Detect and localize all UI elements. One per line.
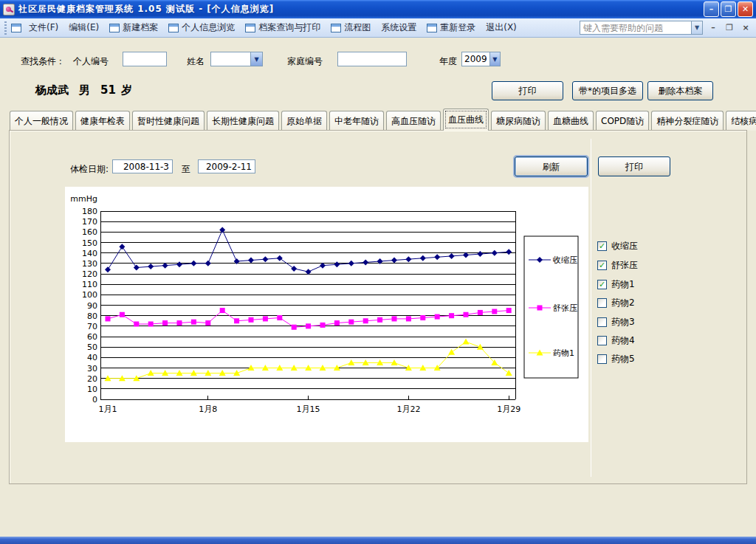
year-select[interactable]: 2009 ▼ [461, 52, 501, 66]
toolbar-form-icon [11, 24, 21, 32]
patient-name: 杨成武 [35, 83, 69, 97]
menu-item-6[interactable]: 流程图 [331, 21, 371, 34]
svg-text:1月22: 1月22 [396, 404, 420, 414]
menu-item-2[interactable]: 编辑(E) [69, 21, 99, 34]
menu-item-4[interactable]: 个人信息浏览 [168, 21, 235, 34]
bp-chart: 0102030405060708090100110120130140150160… [65, 187, 588, 442]
print-record-button[interactable]: 打印 [492, 81, 563, 100]
menu-item-5[interactable]: 档案查询与打印 [245, 21, 320, 34]
svg-text:140: 140 [82, 249, 97, 258]
tab-5[interactable]: 原始单据 [281, 111, 327, 131]
search-criteria-label: 查找条件： [21, 55, 65, 68]
menu-item-3[interactable]: 新建档案 [109, 21, 158, 34]
checkbox-unchecked[interactable] [597, 298, 607, 308]
tab-8[interactable]: 血压曲线 [443, 109, 489, 131]
checkbox-checked[interactable]: ✓ [597, 261, 607, 270]
date-to-input[interactable] [198, 159, 255, 173]
svg-text:1月29: 1月29 [497, 404, 520, 414]
menu-item-label: 系统设置 [381, 21, 416, 34]
checkbox-unchecked[interactable] [597, 317, 607, 327]
series-checkbox-row: ✓收缩压 [597, 240, 638, 252]
patient-age: 51 [100, 83, 116, 97]
multi-select-button[interactable]: 带*的项目多选 [572, 81, 643, 100]
tab-13[interactable]: 结核病随访 [726, 111, 756, 131]
menu-item-label: 流程图 [344, 21, 371, 34]
form-icon [109, 24, 120, 32]
tab-9[interactable]: 糖尿病随访 [491, 111, 546, 131]
menu-item-label: 个人信息浏览 [182, 21, 235, 34]
mdi-minimize-button[interactable]: – [707, 22, 719, 34]
series-checkbox-row: 药物2 [597, 297, 635, 309]
form-icon [427, 24, 437, 32]
toolbar-grip-handle[interactable] [4, 21, 7, 35]
svg-text:收缩压: 收缩压 [553, 255, 577, 265]
mdi-close-button[interactable]: × [740, 22, 752, 34]
menu-item-label: 文件(F) [29, 21, 58, 34]
chart-gridlines [100, 211, 515, 399]
panel-divider [591, 139, 591, 477]
menu-item-8[interactable]: 重新登录 [427, 21, 475, 34]
svg-text:100: 100 [82, 290, 97, 300]
svg-text:舒张压: 舒张压 [553, 303, 577, 313]
delete-record-button[interactable]: 删除本档案 [647, 81, 713, 100]
drug1-series [105, 339, 512, 382]
tab-7[interactable]: 高血压随访 [386, 111, 441, 131]
checkbox-checked[interactable]: ✓ [597, 280, 607, 289]
checkbox-unchecked[interactable] [597, 354, 607, 364]
series-checkbox-row: ✓药物1 [597, 278, 635, 290]
window-bottom-border [0, 537, 756, 544]
svg-text:0: 0 [92, 395, 97, 404]
exam-date-label: 体检日期: [70, 163, 109, 176]
checkbox-checked[interactable]: ✓ [597, 241, 607, 251]
tab-4[interactable]: 长期性健康问题 [207, 111, 279, 131]
panel-print-button[interactable]: 打印 [598, 156, 670, 176]
tab-2[interactable]: 健康年检表 [75, 111, 130, 131]
svg-text:110: 110 [82, 280, 97, 289]
help-dropdown-arrow-icon[interactable]: ▼ [692, 21, 703, 35]
bp-chart-area: 0102030405060708090100110120130140150160… [65, 187, 588, 442]
tab-11[interactable]: COPD随访 [596, 111, 649, 131]
checkbox-unchecked[interactable] [597, 336, 607, 345]
date-to-label: 至 [182, 163, 190, 176]
window-title: 社区居民健康档案管理系统 1.05 测试版 - [个人信息浏览] [18, 3, 274, 16]
personal-id-input[interactable] [123, 52, 167, 66]
name-select[interactable]: ▼ [210, 52, 263, 66]
tab-10[interactable]: 血糖曲线 [548, 111, 594, 131]
restore-button[interactable]: ❐ [721, 1, 736, 17]
svg-text:90: 90 [87, 301, 97, 311]
tab-6[interactable]: 中老年随访 [329, 111, 384, 131]
personal-id-label: 个人编号 [73, 55, 109, 68]
close-button[interactable]: ✕ [738, 1, 753, 17]
mdi-restore-button[interactable]: ❐ [724, 22, 735, 34]
tab-12[interactable]: 精神分裂症随访 [651, 111, 724, 131]
refresh-button[interactable]: 刷新 [515, 156, 588, 176]
date-from-input[interactable] [112, 159, 173, 173]
svg-text:150: 150 [82, 238, 97, 248]
minimize-button[interactable]: – [704, 1, 719, 17]
menu-item-label: 重新登录 [440, 21, 475, 34]
svg-text:1月8: 1月8 [199, 404, 217, 414]
year-select-arrow-icon[interactable]: ▼ [489, 52, 500, 66]
menu-item-9[interactable]: 退出(X) [486, 21, 517, 34]
patient-gender: 男 [79, 83, 90, 97]
year-select-value: 2009 [462, 52, 489, 66]
help-search-input[interactable] [580, 21, 692, 35]
name-select-arrow-icon[interactable]: ▼ [250, 52, 262, 66]
series-checkbox-row: 药物3 [597, 316, 635, 328]
svg-text:mmHg: mmHg [70, 194, 97, 204]
menu-item-7[interactable]: 系统设置 [381, 21, 416, 34]
tab-3[interactable]: 暂时性健康问题 [132, 111, 205, 131]
svg-text:130: 130 [82, 259, 97, 269]
menu-bar: 文件(F)编辑(E)新建档案个人信息浏览档案查询与打印流程图系统设置重新登录退出… [0, 18, 756, 38]
svg-text:30: 30 [87, 364, 97, 373]
year-label: 年度 [439, 55, 457, 68]
menu-item-1[interactable]: 文件(F) [29, 21, 58, 34]
app-window: 社区居民健康档案管理系统 1.05 测试版 - [个人信息浏览] – ❐ ✕ 文… [0, 0, 756, 544]
checkbox-label: 药物1 [611, 278, 635, 291]
tab-1[interactable]: 个人一般情况 [10, 111, 73, 131]
menu-item-label: 档案查询与打印 [258, 21, 320, 34]
series-checkbox-row: ✓舒张压 [597, 259, 638, 271]
record-tabs: 个人一般情况健康年检表暂时性健康问题长期性健康问题原始单据中老年随访高血压随访血… [10, 108, 756, 131]
patient-age-unit: 岁 [121, 83, 132, 97]
family-id-input[interactable] [337, 52, 407, 66]
